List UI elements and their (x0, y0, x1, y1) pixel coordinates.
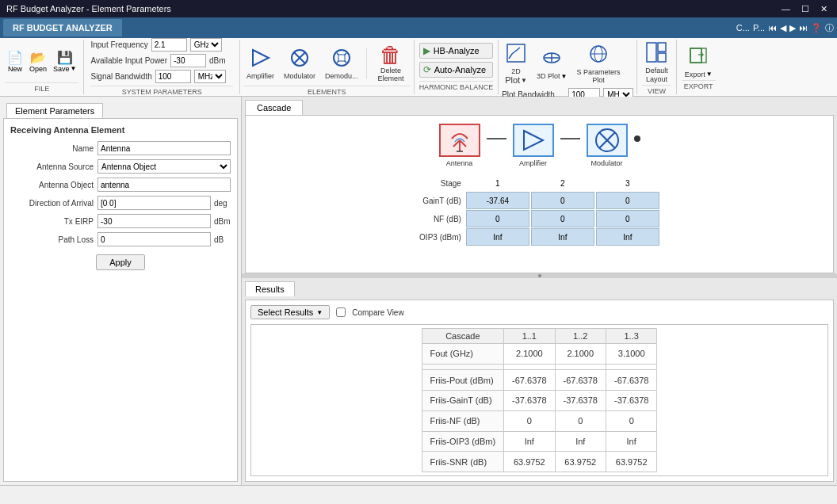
system-params-label: SYSTEM PARAMETERS (90, 86, 233, 96)
svg-marker-24 (524, 131, 543, 150)
antenna-source-row: Antenna Source Antenna Object File (10, 159, 231, 174)
section-title: Receiving Antenna Element (10, 125, 231, 135)
toolbar-nav-next[interactable]: ▶ (789, 23, 796, 33)
plot-3d-icon (541, 48, 562, 72)
table-row: Fout (GHz) 2.1000 2.1000 3.1000 (422, 344, 657, 365)
toolbar-help[interactable]: ❓ (811, 23, 822, 33)
table-row-pout: Friis-Pout (dBm) -67.6378 -67.6378 -67.6… (422, 370, 657, 391)
gaint-1-3: -37.6378 (606, 391, 656, 411)
save-button[interactable]: 💾 Save ▼ (51, 48, 78, 74)
stage-2-header: 2 (531, 175, 594, 191)
snr-table-label: Friis-SNR (dB) (422, 452, 504, 472)
s-parameters-button[interactable]: S Parameters Plot (573, 42, 623, 86)
s-params-plot-label: Plot (592, 76, 605, 84)
default-layout-icon (645, 41, 667, 66)
stage-2-gaint: 0 (531, 192, 594, 209)
antenna-source-select[interactable]: Antenna Object File (97, 159, 231, 174)
compare-view-label: Compare View (352, 308, 403, 317)
stage-2-oip3: Inf (531, 228, 594, 246)
signal-bandwidth-field[interactable] (155, 70, 191, 83)
hb-analyze-button[interactable]: ▶ HB-Analyze (419, 43, 494, 59)
toolbar-nav-prev[interactable]: ◀ (780, 23, 786, 33)
terminal-dot (634, 136, 640, 142)
auto-analyze-button[interactable]: ⟳ Auto-Analyze (419, 62, 494, 78)
cascade-tab[interactable]: Cascade (245, 100, 303, 115)
available-input-unit: dBm (209, 56, 233, 65)
results-controls: Select Results ▼ Compare View (250, 305, 828, 319)
tx-eirp-field[interactable] (97, 214, 211, 228)
maximize-button[interactable]: ☐ (798, 4, 812, 14)
toolbar-nav-first[interactable]: ⏮ (768, 23, 777, 32)
toolbar-label-p: P... (753, 23, 765, 32)
available-input-power-field[interactable] (170, 54, 206, 67)
delete-label: Delete (380, 67, 401, 74)
demodulator-button[interactable]: Demodu... (322, 45, 361, 82)
results-table: Cascade 1..1 1..2 1..3 Fout (GHz) 2.1000… (250, 324, 828, 476)
status-bar (0, 485, 837, 504)
stage-2-nf: 0 (531, 210, 594, 227)
app-title: RF Budget Analyzer - Element Parameters (6, 4, 171, 13)
results-tab[interactable]: Results (245, 281, 295, 296)
rf-budget-analyzer-tab[interactable]: RF BUDGET ANALYZER (3, 19, 122, 36)
amplifier-icon-box[interactable] (513, 124, 554, 157)
modulator-icon (289, 47, 311, 71)
amplifier-element: Amplifier (513, 124, 554, 167)
close-button[interactable]: ✕ (817, 4, 831, 14)
delete-element-button[interactable]: 🗑 Delete Element (372, 41, 411, 86)
input-frequency-unit[interactable]: GHzMHz (190, 38, 222, 52)
divider-indicator (538, 274, 541, 277)
gaint-table-label: Friis-GainT (dB) (422, 391, 504, 411)
minimize-button[interactable]: — (778, 4, 793, 14)
toolbar-nav-last[interactable]: ⏭ (799, 23, 808, 32)
fout-label: Fout (GHz) (422, 344, 504, 365)
export-arrow: ▼ (706, 71, 713, 78)
signal-bandwidth-unit[interactable]: MHzGHz (194, 70, 226, 83)
antenna-object-field[interactable] (97, 178, 231, 192)
antenna-icon-box[interactable] (439, 124, 480, 157)
input-frequency-field[interactable] (151, 38, 187, 52)
toolbar-info[interactable]: ⓘ (825, 22, 834, 34)
direction-of-arrival-row: Direction of Arrival deg (10, 196, 231, 210)
s-params-label: S Parameters (576, 68, 620, 76)
hb-analyze-icon: ▶ (423, 45, 430, 56)
delete-element-label: Element (378, 74, 404, 82)
svg-line-22 (460, 140, 466, 147)
snr-1-3: 63.9752 (606, 452, 656, 472)
export-icon (687, 45, 709, 70)
fout-1-2: 2.1000 (555, 344, 606, 365)
export-group-label: EXPORT (682, 80, 716, 90)
export-button[interactable]: Export ▼ (682, 44, 716, 80)
stage-table: Stage GainT (dB) NF (dB) OIP3 (dBm) 1 -3… (419, 175, 659, 246)
oip3-1-1: Inf (504, 431, 555, 452)
oip3-1-3: Inf (606, 431, 656, 452)
select-results-button[interactable]: Select Results ▼ (250, 305, 330, 319)
open-button[interactable]: 📂 Open (27, 48, 49, 74)
modulator-button[interactable]: Modulator (281, 45, 319, 82)
apply-button[interactable]: Apply (96, 254, 145, 270)
new-button[interactable]: 📄 New (5, 48, 25, 74)
default-layout-label2: Layout (646, 75, 667, 83)
delete-icon: 🗑 (380, 44, 402, 67)
gaint-label: GainT (dB) (419, 192, 466, 209)
plot-2d-arrow: ▼ (521, 77, 527, 84)
element-parameters-tab[interactable]: Element Parameters (6, 103, 103, 118)
svg-rect-8 (507, 44, 525, 62)
modulator-element: Modulator (587, 124, 628, 167)
antenna-object-row: Antenna Object (10, 178, 231, 192)
plot-3d-label: 3D Plot (537, 72, 560, 80)
name-field[interactable] (97, 141, 231, 155)
path-loss-field[interactable] (97, 232, 211, 246)
oip3-label: OIP3 (dBm) (419, 228, 466, 246)
cascade-tab-bar: Cascade (242, 97, 837, 115)
svg-rect-18 (690, 48, 701, 63)
connector-1 (487, 138, 506, 139)
col-cascade: Cascade (422, 329, 504, 344)
modulator-icon-box[interactable] (587, 124, 628, 157)
plot-2d-button[interactable]: 2D Plot ▼ (502, 41, 530, 86)
direction-of-arrival-field[interactable] (97, 196, 211, 210)
amplifier-button[interactable]: Amplifier (243, 45, 277, 82)
default-layout-button[interactable]: Default Layout (642, 40, 671, 85)
svg-rect-15 (647, 43, 656, 62)
plot-3d-button[interactable]: 3D Plot ▼ (533, 46, 570, 82)
compare-view-checkbox[interactable] (336, 307, 346, 317)
